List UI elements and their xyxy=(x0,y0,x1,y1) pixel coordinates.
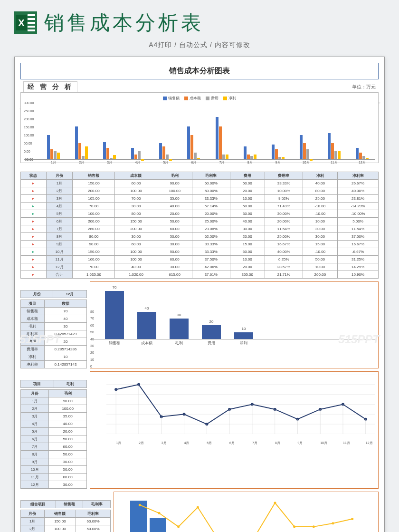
legend: 销售额 成本额 费用 净利 xyxy=(24,96,375,101)
combo-table: 组合项目销售额毛利率 月份销售额毛利率1月150.0060.00%2月100.0… xyxy=(20,492,111,532)
excel-icon xyxy=(14,11,37,34)
main-chart: 销售额 成本额 费用 净利 300.00250.00200.00150.0010… xyxy=(20,92,379,163)
detail-table: 月份12月 项目数据销售额70成本额40毛利30毛利率0.428571429费用… xyxy=(20,281,87,368)
maoli-table: 项目毛利 月份毛利1月90.002月100.003月35.004月40.005月… xyxy=(20,371,87,489)
combo-chart: 1月2月3月4月5月6月7月8月9月10月11月12月 销售额毛利率 xyxy=(114,492,379,532)
doc-title: 销售成本分析图表 xyxy=(20,63,379,79)
line-chart: 1月2月3月4月5月6月7月8月9月10月11月12月 xyxy=(90,371,379,489)
main-table: 状态月份销售额成本额毛利毛利率费用费用率净利净利率▸1月150.0060.009… xyxy=(20,172,379,279)
header: 销售成本分析表 xyxy=(0,0,399,41)
section-title: 经 营 分 析 xyxy=(23,81,77,92)
document: 515PPT 515PPT 515PPT 515PPT 销售成本分析图表 经 营… xyxy=(14,57,385,532)
page-title: 销售成本分析表 xyxy=(44,10,204,36)
subtitle: A4打印 / 自动公式 / 内容可修改 xyxy=(0,41,399,49)
bar-chart-detail: 70销售额40成本额30毛利20费用10净利 80706050403020100 xyxy=(90,281,379,368)
unit-label: 单位：万元 xyxy=(352,84,376,90)
